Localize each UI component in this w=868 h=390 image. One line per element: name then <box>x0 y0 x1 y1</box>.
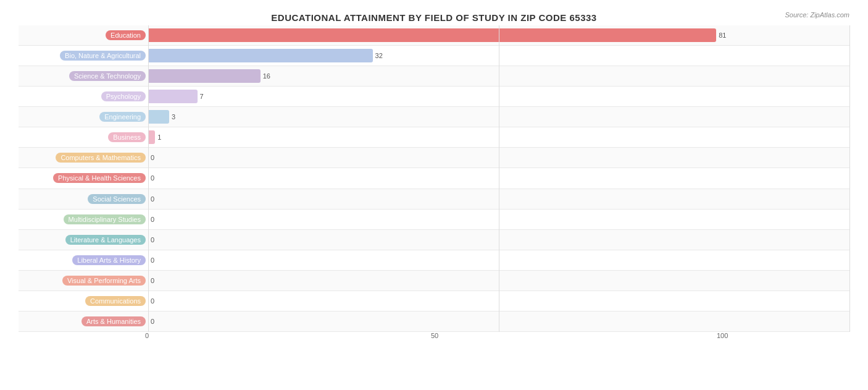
bar-label: Visual & Performing Arts <box>19 276 148 286</box>
bar-label: Business <box>19 132 148 142</box>
bar-label-pill: Psychology <box>101 91 146 101</box>
x-axis-container: 050100 <box>148 332 849 347</box>
bar-label: Physical & Health Sciences <box>19 173 148 183</box>
bar-row: Literature & Languages0 <box>19 230 849 250</box>
bar-value: 81 <box>719 32 726 39</box>
bar-row: Visual & Performing Arts0 <box>19 271 849 291</box>
bar-label: Literature & Languages <box>19 235 148 245</box>
bar-label: Social Sciences <box>19 194 148 204</box>
bar-value: 7 <box>200 93 204 100</box>
chart-container: EDUCATIONAL ATTAINMENT BY FIELD OF STUDY… <box>0 0 868 390</box>
bar-label-pill: Multidisciplinary Studies <box>64 214 146 224</box>
bar-fill <box>148 110 169 124</box>
bar-row: Multidisciplinary Studies0 <box>19 210 849 230</box>
bar-label-pill: Science & Technology <box>69 71 146 81</box>
bar-label-pill: Communications <box>85 296 146 306</box>
bar-label-pill: Literature & Languages <box>65 235 146 245</box>
bar-label-pill: Engineering <box>99 112 146 122</box>
bar-row: Physical & Health Sciences0 <box>19 168 849 189</box>
bar-label: Communications <box>19 296 148 306</box>
chart-title: EDUCATIONAL ATTAINMENT BY FIELD OF STUDY… <box>19 12 849 23</box>
bar-value: 1 <box>157 134 161 141</box>
bar-value: 0 <box>151 216 154 223</box>
bar-label: Engineering <box>19 112 148 122</box>
bar-label: Science & Technology <box>19 71 148 81</box>
bar-label-pill: Education <box>106 30 146 40</box>
bar-value: 0 <box>151 256 154 264</box>
bar-row: Bio, Nature & Agricultural32 <box>19 46 849 66</box>
bar-row: Liberal Arts & History0 <box>19 250 849 271</box>
bar-label: Multidisciplinary Studies <box>19 214 148 224</box>
grid-line <box>499 25 499 332</box>
bar-label-pill: Physical & Health Sciences <box>53 173 146 183</box>
bar-label: Bio, Nature & Agricultural <box>19 51 148 61</box>
bar-label: Liberal Arts & History <box>19 255 148 265</box>
bar-row: Psychology7 <box>19 87 849 107</box>
bar-label: Arts & Humanities <box>19 316 148 326</box>
bar-value: 0 <box>151 318 154 325</box>
bar-fill <box>148 90 198 103</box>
bar-value: 0 <box>151 154 154 161</box>
bar-row: Arts & Humanities0 <box>19 312 849 332</box>
bar-fill <box>148 130 155 144</box>
grid-line <box>849 25 850 332</box>
bar-row: Engineering3 <box>19 107 849 127</box>
chart-area: Education81Bio, Nature & Agricultural32S… <box>19 25 849 347</box>
bar-row: Social Sciences0 <box>19 189 849 210</box>
bars-section: Education81Bio, Nature & Agricultural32S… <box>19 25 849 332</box>
bar-label-pill: Bio, Nature & Agricultural <box>60 51 146 61</box>
x-tick: 50 <box>431 332 438 339</box>
bar-row: Computers & Mathematics0 <box>19 148 849 168</box>
bar-label: Computers & Mathematics <box>19 153 148 163</box>
bar-value: 3 <box>172 113 175 121</box>
bar-value: 0 <box>151 277 154 284</box>
x-tick: 0 <box>145 332 149 339</box>
bar-row: Business1 <box>19 127 849 148</box>
bar-label: Education <box>19 30 148 40</box>
bar-fill <box>148 69 261 83</box>
bar-value: 0 <box>151 236 154 244</box>
bar-row: Communications0 <box>19 291 849 312</box>
bar-fill <box>148 49 373 62</box>
bar-label-pill: Liberal Arts & History <box>72 255 146 265</box>
bar-label-pill: Business <box>108 132 146 142</box>
bar-label: Psychology <box>19 91 148 101</box>
bar-value: 32 <box>375 52 383 59</box>
grid-line <box>148 25 149 332</box>
bar-fill <box>148 28 716 42</box>
bar-row: Science & Technology16 <box>19 66 849 87</box>
bar-value: 16 <box>263 72 270 80</box>
bar-value: 0 <box>151 174 154 182</box>
bar-value: 0 <box>151 195 154 203</box>
bar-value: 0 <box>151 297 154 305</box>
bar-label-pill: Computers & Mathematics <box>56 153 146 163</box>
bar-label-pill: Social Sciences <box>88 194 146 204</box>
x-tick: 100 <box>717 332 728 339</box>
bar-row: Education81 <box>19 25 849 46</box>
source-text: Source: ZipAtlas.com <box>785 11 849 19</box>
bar-label-pill: Visual & Performing Arts <box>62 276 146 286</box>
bar-label-pill: Arts & Humanities <box>81 316 146 326</box>
